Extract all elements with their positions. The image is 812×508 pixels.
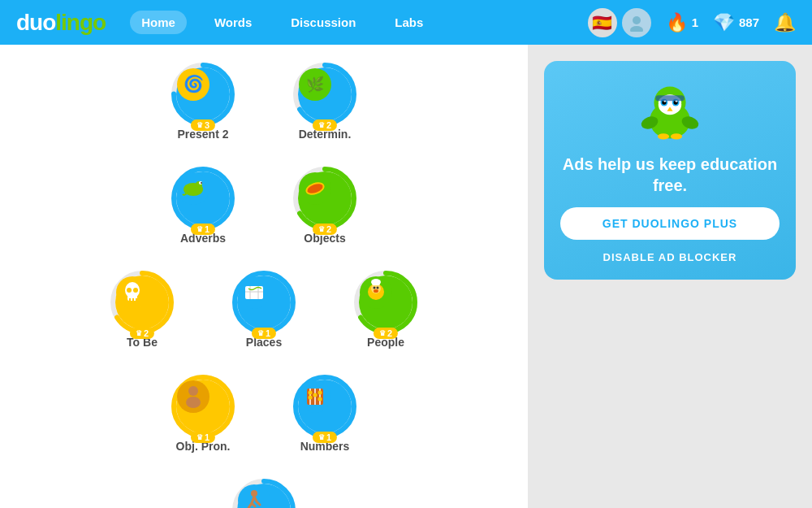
crown-badge-present2: 3 <box>191 119 215 131</box>
svg-rect-79 <box>655 95 685 101</box>
gem-icon: 💎 <box>713 12 735 33</box>
crown-badge-objects: 2 <box>313 224 337 235</box>
main-layout: 🌀 3 Present 2 🌿 <box>0 45 812 508</box>
lesson-partial[interactable]: 1 <box>223 477 304 508</box>
lesson-row-3: 2 To Be <box>102 269 426 349</box>
owl-mascot <box>637 77 702 142</box>
lesson-present2[interactable]: 🌀 3 Present 2 <box>162 61 244 141</box>
lesson-people[interactable]: 2 People <box>345 269 426 349</box>
lesson-determin[interactable]: 🌿 2 Determin. <box>284 61 365 141</box>
lesson-row-5: 1 <box>223 477 304 508</box>
lesson-adverbs[interactable]: 1 Adverbs <box>162 165 244 245</box>
svg-point-41 <box>374 287 376 289</box>
crown-badge-adverbs: 1 <box>191 224 215 235</box>
gems-stat: 💎 887 <box>713 12 759 33</box>
crown-badge-people: 2 <box>374 328 398 339</box>
flag-icon[interactable]: 🇪🇸 <box>588 8 617 37</box>
lesson-row-4: 1 Obj. Pron. <box>162 373 365 453</box>
svg-point-60 <box>313 393 317 397</box>
svg-point-59 <box>309 396 313 400</box>
streak-count: 1 <box>692 15 698 29</box>
disable-ad-blocker-button[interactable]: DISABLE AD BLOCKER <box>603 251 737 263</box>
svg-point-27 <box>127 288 132 293</box>
lessons-panel: 🌀 3 Present 2 🌿 <box>0 45 528 508</box>
svg-point-45 <box>371 279 381 285</box>
crown-badge-places: 1 <box>252 328 276 339</box>
svg-point-43 <box>374 289 378 293</box>
svg-point-62 <box>318 397 322 402</box>
lesson-tobe[interactable]: 2 To Be <box>102 269 183 349</box>
get-plus-button[interactable]: GET DUOLINGO PLUS <box>560 207 780 240</box>
svg-rect-31 <box>136 298 137 302</box>
logo: duolingo <box>16 10 106 36</box>
lesson-row-2: 1 Adverbs <box>162 165 365 245</box>
lesson-numbers[interactable]: 1 Numbers <box>284 373 365 453</box>
svg-point-49 <box>188 386 198 396</box>
ad-text: Ads help us keep education free. <box>560 154 780 196</box>
flag-avatar-group: 🇪🇸 <box>588 8 651 37</box>
flame-icon: 🔥 <box>666 12 688 33</box>
lesson-places[interactable]: 1 Places <box>223 269 304 349</box>
nav-words[interactable]: Words <box>203 11 263 34</box>
user-avatar[interactable] <box>622 8 651 37</box>
svg-point-50 <box>186 397 201 408</box>
crown-badge-numbers: 1 <box>313 432 337 443</box>
svg-point-58 <box>309 391 313 395</box>
svg-point-1 <box>630 26 643 32</box>
sidebar: Ads help us keep education free. GET DUO… <box>528 45 812 508</box>
svg-text:🌿: 🌿 <box>306 76 325 93</box>
svg-point-0 <box>633 16 641 24</box>
crown-badge-objpron: 1 <box>191 432 215 443</box>
lesson-objects[interactable]: 2 Objects <box>284 165 365 245</box>
svg-rect-30 <box>132 298 134 302</box>
svg-point-83 <box>671 133 682 139</box>
nav-home[interactable]: Home <box>130 11 187 34</box>
crown-badge-determin: 2 <box>313 119 337 131</box>
svg-point-61 <box>318 391 322 395</box>
streak-stat: 🔥 1 <box>666 12 698 33</box>
ad-card: Ads help us keep education free. GET DUO… <box>544 61 796 280</box>
svg-point-82 <box>658 133 669 139</box>
nav-discussion[interactable]: Discussion <box>279 11 367 34</box>
nav-labs[interactable]: Labs <box>383 11 434 34</box>
svg-text:🌀: 🌀 <box>184 74 204 93</box>
lesson-objpron[interactable]: 1 Obj. Pron. <box>162 373 244 453</box>
svg-point-16 <box>201 182 202 184</box>
svg-point-28 <box>133 288 138 293</box>
gems-count: 887 <box>739 15 759 29</box>
crown-badge-tobe: 2 <box>130 328 154 339</box>
svg-rect-29 <box>129 298 131 302</box>
header: duolingo Home Words Discussion Labs 🇪🇸 🔥… <box>0 0 812 45</box>
notification-bell-icon[interactable]: 🔔 <box>774 12 796 33</box>
svg-point-42 <box>377 287 379 289</box>
header-right: 🇪🇸 🔥 1 💎 887 🔔 <box>588 8 796 37</box>
lesson-row-1: 🌀 3 Present 2 🌿 <box>162 61 365 141</box>
